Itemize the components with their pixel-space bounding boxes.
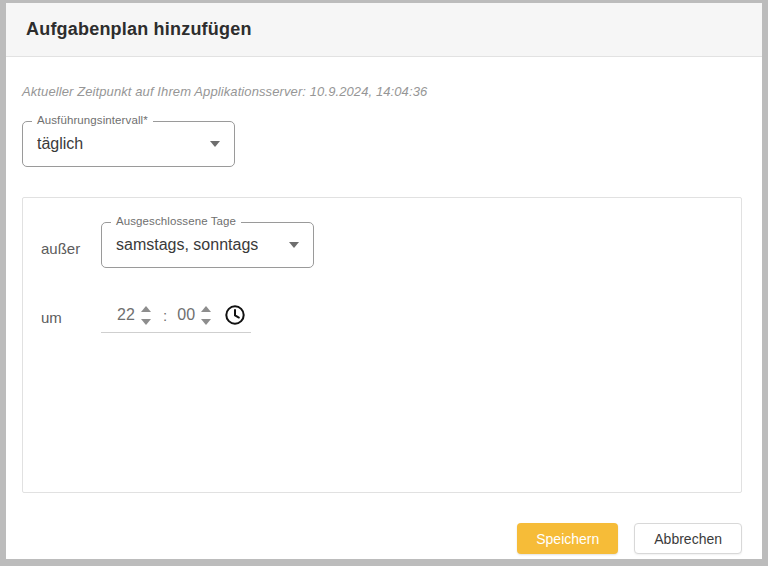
dialog-body: Aktueller Zeitpunkt auf Ihrem Applikatio… [6,57,762,558]
server-time-note: Aktueller Zeitpunkt auf Ihrem Applikatio… [22,57,742,99]
time-prefix-label: um [41,309,101,333]
excluded-days-prefix-label: außer [41,240,101,268]
excluded-days-select-label: Ausgeschlossene Tage [111,215,241,227]
dialog-header: Aufgabenplan hinzufügen [6,3,762,57]
cancel-button[interactable]: Abbrechen [634,523,742,554]
excluded-days-row: außer Ausgeschlossene Tage samstags, son… [41,222,723,268]
minutes-input[interactable]: 00 [173,306,199,324]
chevron-down-icon [210,141,220,147]
time-field[interactable]: 22 : 00 [101,299,251,333]
add-task-schedule-dialog: Aufgabenplan hinzufügen Aktueller Zeitpu… [0,0,768,566]
time-row: um 22 : 00 [41,299,723,333]
interval-select-label: Ausführungsintervall* [32,114,153,126]
chevron-down-icon [289,242,299,248]
excluded-days-select-value: samstags, sonntags [116,236,258,254]
clock-icon[interactable] [223,303,247,327]
dialog-footer: Speichern Abbrechen [517,523,742,554]
arrow-down-icon[interactable] [201,319,211,325]
time-separator: : [163,307,167,324]
hours-stepper[interactable] [141,306,151,325]
arrow-up-icon[interactable] [201,306,211,312]
save-button[interactable]: Speichern [517,523,618,554]
hours-input[interactable]: 22 [113,306,139,324]
interval-select-value: täglich [37,135,83,153]
arrow-down-icon[interactable] [141,319,151,325]
minutes-stepper[interactable] [201,306,211,325]
dialog-title: Aufgabenplan hinzufügen [26,19,252,40]
interval-select[interactable]: Ausführungsintervall* täglich [22,121,235,167]
excluded-days-select[interactable]: Ausgeschlossene Tage samstags, sonntags [101,222,314,268]
exception-settings-box: außer Ausgeschlossene Tage samstags, son… [22,197,742,493]
arrow-up-icon[interactable] [141,306,151,312]
